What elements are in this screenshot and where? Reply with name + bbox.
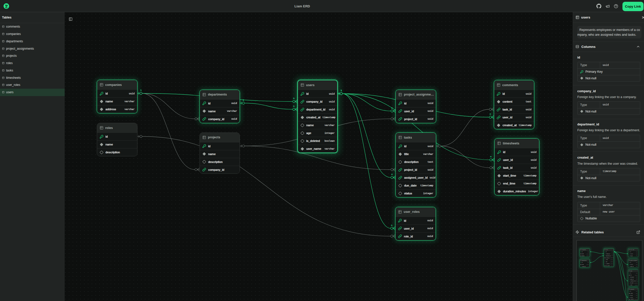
svg-text:1: 1 bbox=[341, 89, 342, 92]
svg-text:n: n bbox=[293, 105, 295, 107]
svg-text:n: n bbox=[490, 112, 491, 115]
svg-text:1: 1 bbox=[140, 89, 142, 91]
svg-text:1: 1 bbox=[243, 99, 244, 101]
svg-text:n: n bbox=[391, 173, 393, 176]
svg-text:n: n bbox=[293, 97, 295, 100]
svg-text:n: n bbox=[391, 106, 393, 109]
svg-text:n: n bbox=[490, 155, 492, 158]
svg-text:n: n bbox=[391, 224, 392, 227]
